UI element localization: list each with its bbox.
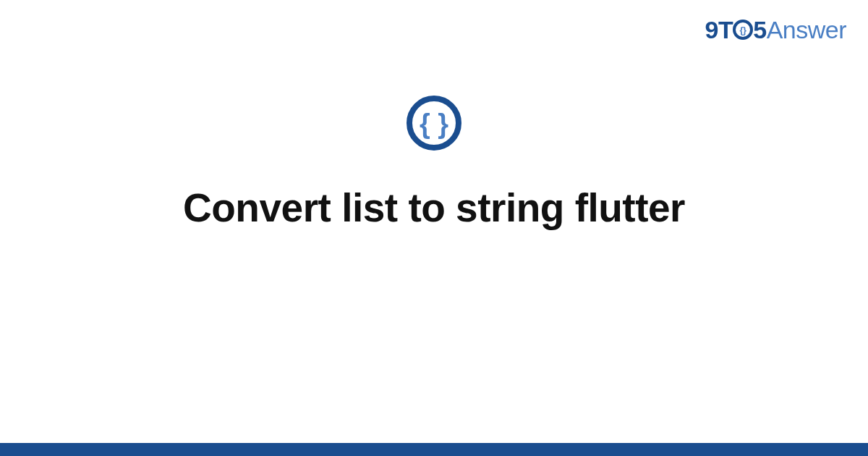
braces-icon: { } [405,94,463,155]
svg-text:{}: {} [740,25,747,35]
site-brand: 9T {} 5Answer [705,16,847,44]
brand-five: 5 [753,16,766,43]
bottom-bar [0,443,868,456]
svg-text:{ }: { } [420,109,448,139]
brand-t: T [718,16,733,43]
brand-nine: 9 [705,16,718,43]
brand-answer: Answer [767,16,846,43]
brand-o-icon: {} [733,17,753,46]
page-title: Convert list to string flutter [0,185,868,231]
